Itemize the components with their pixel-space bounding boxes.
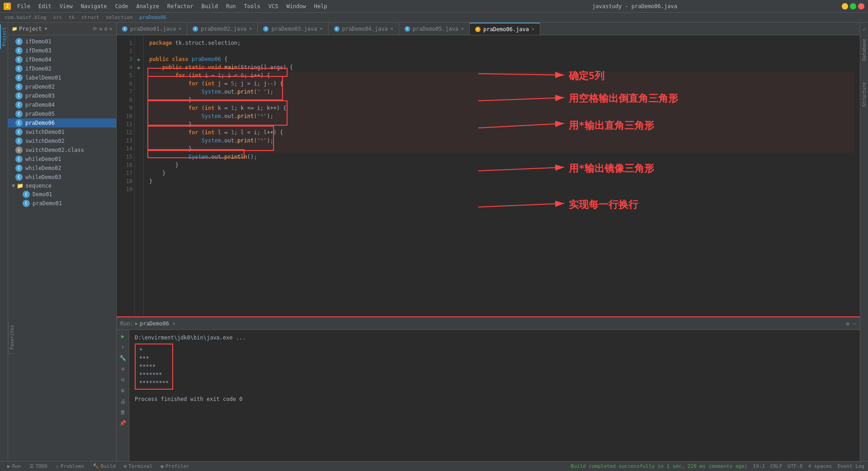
- finish-message: Process finished with exit code 0: [135, 395, 854, 403]
- event-log[interactable]: Event Log: [837, 463, 864, 469]
- run-command-line: D:\envirment\jdk8\bin\java.exe ...: [135, 334, 854, 342]
- sync-icon[interactable]: ⟳: [93, 26, 97, 32]
- tree-item-praDemo02[interactable]: C praDemo02: [8, 82, 116, 91]
- tree-item-switchDemo01[interactable]: C switchDemo01: [8, 127, 116, 137]
- menu-edit[interactable]: Edit: [35, 2, 55, 10]
- bottom-tab-problems[interactable]: ⚠ Problems: [52, 462, 88, 470]
- tree-item-ifDemo03[interactable]: C ifDemo03: [8, 46, 116, 55]
- code-line-16: }: [149, 161, 854, 169]
- bottom-tab-profiler[interactable]: ◉ Profiler: [157, 462, 193, 470]
- menu-build[interactable]: Build: [198, 2, 222, 10]
- trash-icon[interactable]: 🗑: [118, 408, 127, 417]
- tree-item-ifDemo04[interactable]: C ifDemo04: [8, 55, 116, 64]
- tab-close-icon[interactable]: ×: [391, 26, 393, 31]
- breadcrumb-part-5[interactable]: praDemo06: [139, 14, 166, 20]
- menu-help[interactable]: Help: [311, 2, 331, 10]
- cursor-position[interactable]: 19:1: [753, 463, 765, 469]
- menu-vcs[interactable]: VCS: [265, 2, 282, 10]
- tab-close-icon[interactable]: ×: [179, 26, 181, 31]
- tab-close-icon[interactable]: ×: [532, 27, 534, 32]
- settings-icon[interactable]: ⚙: [846, 320, 849, 327]
- run-tab-praDemo06[interactable]: ▶ praDemo06 ×: [135, 320, 175, 327]
- tree-item-praDemo03[interactable]: C praDemo03: [8, 91, 116, 100]
- maximize-button[interactable]: [850, 3, 856, 9]
- wrap-text-icon[interactable]: ≡: [118, 364, 127, 373]
- breadcrumb-part-3[interactable]: struct: [81, 14, 99, 20]
- settings-icon[interactable]: ⚙: [104, 26, 108, 32]
- tree-item-Demo01[interactable]: C Demo01: [8, 190, 116, 199]
- code-line-13: System.out.print("*");: [149, 137, 854, 145]
- tab-close-icon[interactable]: ×: [320, 26, 323, 31]
- code-line-19: [149, 185, 854, 193]
- tree-item-ifDome02[interactable]: C ifDome02: [8, 64, 116, 73]
- menu-navigate[interactable]: Navigate: [77, 2, 111, 10]
- tree-item-whileDemo02[interactable]: C whileDemo02: [8, 164, 116, 173]
- breadcrumb-part-1[interactable]: src: [53, 14, 62, 20]
- menu-run[interactable]: Run: [222, 2, 240, 10]
- menu-file[interactable]: File: [14, 2, 34, 10]
- code-editor[interactable]: 12345 678910 1112131415 16171819 ▶ ▶ pac…: [117, 35, 860, 316]
- encoding[interactable]: UTF-8: [788, 463, 802, 469]
- tab-close-icon[interactable]: ×: [461, 26, 464, 31]
- tree-item-whileDemo03[interactable]: C whileDemo03: [8, 173, 116, 182]
- tree-item-labelDemo01[interactable]: C labelDemo01: [8, 73, 116, 82]
- tab-praDemo01[interactable]: C praDemo01.java ×: [117, 23, 187, 35]
- database-tab[interactable]: Database: [862, 37, 867, 62]
- structure-tab[interactable]: Structure: [862, 80, 867, 108]
- left-activity-bar: Project: [0, 23, 8, 461]
- tree-item-praDemo01[interactable]: C praDemo01: [8, 199, 116, 208]
- menu-view[interactable]: View: [56, 2, 76, 10]
- tab-close-icon[interactable]: ×: [249, 26, 252, 31]
- bottom-tab-build[interactable]: 🔨 Build: [89, 462, 119, 470]
- bottom-tab-run[interactable]: ▶ Run: [4, 462, 25, 470]
- tree-item-whileDemo01[interactable]: C whileDemo01: [8, 155, 116, 164]
- code-text[interactable]: package tk.struct.selection; public clas…: [144, 35, 860, 316]
- menu-window[interactable]: Window: [283, 2, 309, 10]
- tab-praDemo05[interactable]: C praDemo05.java ×: [399, 23, 470, 35]
- bottom-bar: ▶ Run ☰ TODO ⚠ Problems 🔨 Build ⊞ Termin…: [0, 461, 868, 471]
- menu-analyze[interactable]: Analyze: [132, 2, 163, 10]
- tree-item-ifDemo01[interactable]: C ifDemo01: [8, 37, 116, 46]
- bottom-tab-todo[interactable]: ☰ TODO: [26, 462, 52, 470]
- tree-item-switchDemo02class[interactable]: c switchDemo02.class: [8, 146, 116, 155]
- menu-tools[interactable]: Tools: [241, 2, 264, 10]
- pin-icon[interactable]: 📌: [118, 419, 127, 428]
- scroll-up-button[interactable]: ↑: [118, 343, 127, 352]
- indent-size[interactable]: 4 spaces: [808, 463, 832, 469]
- tab-praDemo06[interactable]: C praDemo06.java ×: [470, 23, 540, 35]
- tab-praDemo03[interactable]: C praDemo03.java ×: [258, 23, 328, 35]
- close-button[interactable]: [858, 3, 864, 9]
- project-tab[interactable]: Project: [0, 24, 8, 49]
- run-tab-close[interactable]: ×: [173, 321, 175, 326]
- project-dropdown-icon[interactable]: ▼: [45, 26, 47, 31]
- favorites-tab[interactable]: Favorites: [8, 321, 15, 353]
- menu-code[interactable]: Code: [112, 2, 132, 10]
- menu-refactor[interactable]: Refactor: [164, 2, 197, 10]
- minimize-button[interactable]: [842, 3, 848, 9]
- collapse-icon[interactable]: ≡: [99, 26, 102, 32]
- code-line-15: System.out.println();: [149, 153, 854, 161]
- tree-item-praDemo06[interactable]: C praDemo06: [8, 118, 116, 127]
- terminal-icon: ⊞: [124, 463, 127, 469]
- print-icon[interactable]: 🖨: [118, 397, 127, 406]
- minimize-icon[interactable]: —: [853, 320, 856, 327]
- breadcrumb-part-2[interactable]: tk: [69, 14, 75, 20]
- folder-icon-sequence: 📁: [17, 183, 24, 189]
- tree-item-switchDemo02[interactable]: C switchDemo02: [8, 137, 116, 146]
- close-panel-icon[interactable]: ×: [109, 26, 113, 32]
- tree-folder-sequence[interactable]: ▼ 📁 sequence: [8, 182, 116, 190]
- expand-icon[interactable]: ⊞: [118, 386, 127, 395]
- line-ending[interactable]: CRLF: [770, 463, 783, 469]
- bottom-tab-terminal[interactable]: ⊞ Terminal: [120, 462, 156, 470]
- run-toolbar: ▶ ↑ 🔧 ≡ ⊟ ⊞ 🖨 🗑 📌: [117, 330, 129, 461]
- breadcrumb-part-0[interactable]: com.baixf.blog: [5, 14, 47, 20]
- run-button[interactable]: ▶: [118, 332, 127, 341]
- tab-praDemo02[interactable]: C praDemo02.java ×: [187, 23, 258, 35]
- filter-icon[interactable]: ⊟: [118, 375, 127, 384]
- tree-item-praDemo05[interactable]: C praDemo05: [8, 109, 116, 118]
- wrench-icon[interactable]: 🔧: [118, 353, 127, 363]
- breadcrumb-part-4[interactable]: selection: [106, 14, 133, 20]
- tree-item-praDemo04[interactable]: C praDemo04: [8, 100, 116, 109]
- tab-file-icon: C: [405, 26, 410, 32]
- tab-praDemo04[interactable]: C praDemo04.java ×: [329, 23, 399, 35]
